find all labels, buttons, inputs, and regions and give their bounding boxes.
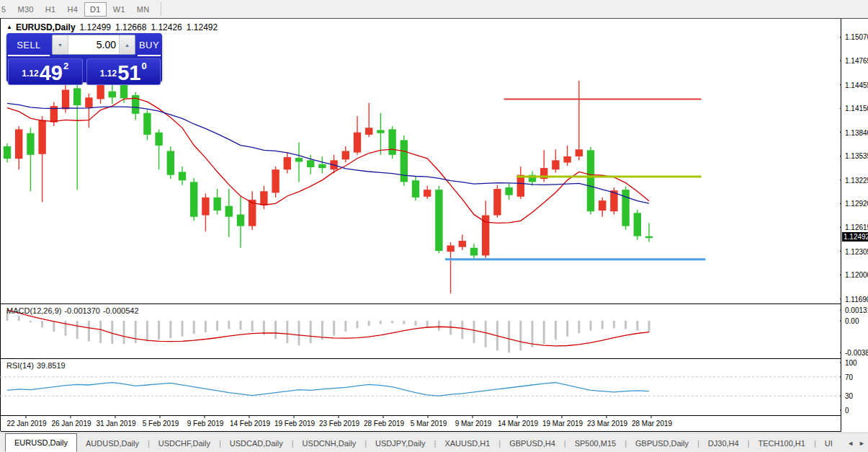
timeframe-button-h4[interactable]: H4 (62, 3, 83, 16)
date-axis-label: 28 Mar 2019 (627, 420, 677, 427)
price-axis-label: 1.11690 (845, 296, 868, 303)
date-axis-label: 26 Jan 2019 (46, 420, 97, 427)
date-axis-label: 23 Feb 2019 (314, 420, 364, 427)
triangle-up-icon: ▲ (125, 43, 130, 48)
price-axis[interactable]: 1.150701.147651.144551.141501.138401.135… (841, 19, 868, 432)
price-axis-label: 1.12920 (845, 200, 868, 208)
tab-separator: | (498, 435, 501, 452)
rsi-axis-label: 30 (845, 392, 853, 400)
date-axis-label: 22 Jan 2019 (1, 420, 52, 427)
macd-label: MACD(12,26,9)-0.001370-0.000542 (6, 306, 142, 315)
buy-button[interactable]: BUY (138, 35, 161, 56)
rsi-label: RSI(14)39.8519 (6, 361, 68, 370)
date-axis-label: 31 Jan 2019 (91, 420, 141, 427)
timeframe-button-h1[interactable]: H1 (40, 3, 61, 16)
tab-separator: | (434, 435, 437, 452)
chart-tab-ui[interactable]: UI (818, 435, 840, 452)
date-axis-label: 5 Mar 2019 (403, 420, 454, 427)
toolbar-separator (161, 2, 161, 16)
macd-pane-separator[interactable] (1, 303, 841, 304)
sell-price-prefix: 1.12 (22, 68, 38, 79)
chart-tab-gbpusd-h4[interactable]: GBPUSD,H4 (502, 435, 563, 452)
macd-axis-label: 0.001313 (845, 306, 868, 314)
collapse-panel-icon[interactable]: ▲ (6, 24, 12, 30)
chart-tab-usdcad-daily[interactable]: USDCAD,Daily (223, 435, 290, 452)
volume-spinner: ▼ ▲ (52, 35, 135, 55)
one-click-trading-panel: SELL ▼ ▲ BUY 1.12 49 2 1.12 51 0 (6, 33, 162, 82)
tab-scroll-right-icon[interactable]: ► (859, 440, 865, 447)
chart-tab-audusd-daily[interactable]: AUDUSD,Daily (79, 435, 146, 452)
chart-tab-eurusd-daily[interactable]: EURUSD,Daily (5, 433, 77, 452)
price-axis-label: 1.13225 (845, 177, 868, 185)
macd-signal-value: -0.000542 (103, 306, 139, 315)
tab-scroll-left-icon[interactable]: ◄ (847, 440, 854, 447)
buy-quote-tile[interactable]: 1.12 51 0 (86, 58, 161, 85)
sell-quote-tile[interactable]: 1.12 49 2 (8, 58, 83, 85)
price-axis-label: 1.15070 (845, 33, 868, 41)
chart-tab-usdchf-daily[interactable]: USDCHF,Daily (151, 435, 218, 452)
volume-input[interactable] (68, 35, 119, 54)
chart-tab-sp500-m15[interactable]: SP500,M15 (568, 435, 623, 452)
macd-axis-label: -0.00386 (845, 349, 868, 357)
rsi-axis-label: 0 (845, 407, 849, 415)
date-axis-label: 19 Feb 2019 (269, 420, 320, 427)
chart-tab-tech100-h1[interactable]: TECH100,H1 (751, 435, 812, 452)
tab-separator: | (697, 435, 699, 452)
chart-tab-usdjpy-daily[interactable]: USDJPY,Daily (368, 435, 433, 452)
chart-title: ▲EURUSD,Daily1.124991.126681.124261.1249… (6, 22, 218, 32)
buy-price-pip: 0 (141, 61, 146, 71)
date-axis-label: 9 Feb 2019 (180, 420, 231, 427)
chart-tab-xauusd-h1[interactable]: XAUUSD,H1 (437, 435, 497, 452)
chart-bottom-border (1, 431, 841, 432)
rsi-value: 39.8519 (37, 361, 66, 370)
chart-tab-dj30-h4[interactable]: DJ30,H4 (701, 435, 746, 452)
tab-separator: | (564, 435, 566, 452)
chart-window[interactable]: ▲EURUSD,Daily1.124991.126681.124261.1249… (0, 18, 868, 431)
timeframe-button-m30[interactable]: M30 (12, 3, 38, 16)
timeframe-button-5[interactable]: 5 (0, 3, 11, 16)
price-axis-label: 1.13840 (845, 129, 868, 137)
timeframe-button-d1[interactable]: D1 (84, 2, 107, 17)
timeframe-toolbar: 5M30H1H4D1W1MN (0, 0, 868, 18)
date-axis-label: 14 Feb 2019 (225, 420, 275, 427)
timeframe-button-mn[interactable]: MN (132, 3, 155, 16)
price-axis-label: 1.12305 (845, 248, 868, 256)
date-axis-label: 5 Feb 2019 (135, 420, 186, 427)
price-axis-label: 1.14455 (845, 81, 868, 89)
bar-high-value: 1.12668 (115, 22, 146, 32)
chart-tab-bar: EURUSD,DailyAUDUSD,Daily|USDCHF,Daily|US… (0, 433, 868, 452)
symbol-period-label: EURUSD,Daily (16, 22, 76, 32)
price-axis-label: 1.12000 (845, 271, 868, 279)
date-axis-label: 19 Mar 2019 (537, 420, 588, 427)
volume-increase-button[interactable]: ▲ (119, 35, 135, 54)
sell-price-big: 49 (40, 63, 63, 83)
bar-open-value: 1.12499 (80, 22, 111, 32)
date-axis-label: 28 Feb 2019 (359, 420, 409, 427)
price-axis-label: 1.12615 (845, 223, 868, 231)
rsi-axis-label: 100 (845, 359, 857, 367)
buy-price-prefix: 1.12 (100, 68, 117, 79)
tab-separator: | (625, 435, 627, 452)
macd-axis-label: 0.00 (845, 317, 859, 325)
tab-separator: | (364, 435, 367, 452)
sell-button[interactable]: SELL (8, 35, 50, 56)
date-axis-label: 23 Mar 2019 (582, 420, 632, 427)
rsi-axis-label: 70 (845, 373, 853, 381)
tab-separator: | (814, 435, 816, 452)
buy-price-big: 51 (117, 63, 140, 83)
current-price-badge: 1.12492 (842, 232, 868, 241)
sell-price-pip: 2 (63, 61, 68, 71)
tab-separator: | (748, 435, 750, 452)
macd-name: MACD(12,26,9) (6, 306, 61, 315)
chart-tab-gbpusd-daily[interactable]: GBPUSD,Daily (628, 435, 696, 452)
price-axis-label: 1.14150 (845, 105, 868, 112)
bar-low-value: 1.12426 (151, 22, 182, 32)
chart-tab-usdcnh-daily[interactable]: USDCNH,Daily (295, 435, 364, 452)
rsi-pane-separator[interactable] (1, 358, 841, 359)
date-axis-label: 9 Mar 2019 (448, 420, 498, 427)
price-axis-label: 1.14765 (845, 57, 868, 65)
timeframe-button-w1[interactable]: W1 (108, 3, 130, 16)
date-axis-separator (1, 415, 841, 416)
bar-close-value: 1.12492 (187, 22, 218, 32)
volume-decrease-button[interactable]: ▼ (53, 35, 68, 54)
